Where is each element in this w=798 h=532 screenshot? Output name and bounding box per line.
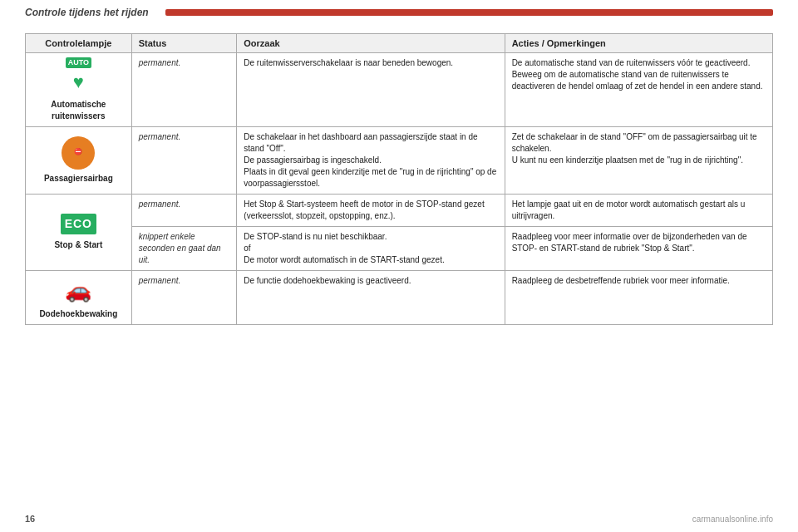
watermark: carmanualsonline.info [692,515,773,524]
status-text: permanent. [139,58,181,67]
page-number: 16 [25,514,35,524]
autowiper-label: Automatischeruitenwissers [32,99,125,122]
main-table-wrapper: Controlelampje Status Oorzaak Acties / O… [0,25,798,333]
icon-cell-eco: ECO Stop & Start [26,194,132,270]
icon-cell-autowiper: AUTO ♥ Automatischeruitenwissers [26,53,132,127]
header-bar [165,9,773,16]
table-row: ECO Stop & Start permanent. Het Stop & S… [26,194,773,226]
parking-car-icon: 🚗 [65,275,91,305]
cause-cell: De schakelaar in het dashboard aan passa… [237,126,505,194]
eco-label: Stop & Start [32,239,125,251]
status-cell: permanent. [131,53,237,127]
parking-icon: 🚗 [32,275,125,305]
status-cell: knippert enkele seconden en gaat dan uit… [131,226,237,270]
controls-table: Controlelampje Status Oorzaak Acties / O… [25,33,773,325]
col-header-action: Acties / Opmerkingen [505,34,772,53]
action-cell: Het lampje gaat uit en de motor wordt au… [505,194,772,226]
action-cell: Raadpleeg voor meer informatie over de b… [505,226,772,270]
auto-badge: AUTO [66,57,91,68]
table-row: 🚗 Dodehoekbewaking permanent. De functie… [26,270,773,324]
status-text: knippert enkele seconden en gaat dan uit… [139,232,221,264]
action-cell: De automatische stand van de ruitenwisse… [505,53,772,127]
status-text: permanent. [139,132,181,141]
table-row: knippert enkele seconden en gaat dan uit… [26,226,773,270]
table-header-row: Controlelampje Status Oorzaak Acties / O… [26,34,773,53]
cause-cell: De STOP-stand is nu niet beschikbaar. of… [237,226,505,270]
parking-label: Dodehoekbewaking [32,308,125,320]
status-text: permanent. [139,276,181,285]
airbag-icon: ⛔ [62,136,95,170]
icon-cell-airbag: ⛔ Passagiersairbag [26,126,132,194]
status-cell: permanent. [131,126,237,194]
action-cell: Zet de schakelaar in de stand "OFF" om d… [505,126,772,194]
status-cell: permanent. [131,270,237,324]
col-header-status: Status [131,34,237,53]
action-cell: Raadpleeg de desbetreffende rubriek voor… [505,270,772,324]
eco-icon: ECO [61,214,96,235]
page-header: Controle tijdens het rijden [0,0,798,25]
wiper-symbol: ♥ [73,70,84,96]
col-header-cause: Oorzaak [237,34,505,53]
status-cell: permanent. [131,194,237,226]
airbag-label: Passagiersairbag [44,173,113,185]
table-row: ⛔ Passagiersairbag permanent. De schakel… [26,126,773,194]
status-text: permanent. [139,200,181,209]
cause-cell: De functie dodehoekbewaking is geactivee… [237,270,505,324]
page-title: Controle tijdens het rijden [25,7,149,18]
cause-cell: Het Stop & Start-systeem heeft de motor … [237,194,505,226]
autowiper-icon: AUTO ♥ [32,57,125,96]
cause-cell: De ruitenwisserverschakelaar is naar ben… [237,53,505,127]
table-row: AUTO ♥ Automatischeruitenwissers permane… [26,53,773,127]
icon-cell-parking: 🚗 Dodehoekbewaking [26,270,132,324]
col-header-icon: Controlelampje [26,34,132,53]
